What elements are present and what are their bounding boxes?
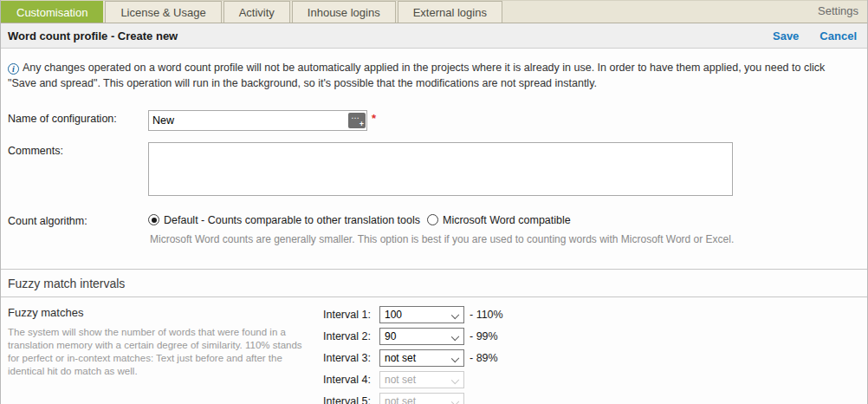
fuzzy-matches-block: Fuzzy matches The system will show the n…	[1, 297, 867, 404]
interval-2-label: Interval 2:	[323, 330, 379, 342]
fuzzy-match-intervals-section-title: Fuzzy match intervals	[1, 269, 867, 297]
cancel-button[interactable]: Cancel	[819, 29, 857, 42]
interval-4-select: not set	[379, 371, 464, 388]
chevron-down-icon	[451, 311, 459, 319]
comments-label: Comments:	[8, 142, 148, 196]
radio-default-algorithm-label[interactable]: Default - Counts comparable to other tra…	[164, 214, 420, 226]
name-of-configuration-input[interactable]	[152, 114, 348, 127]
chevron-down-icon	[451, 398, 459, 404]
interval-3-select[interactable]: not set	[379, 349, 464, 367]
interval-5-row: Interval 5: not set	[323, 393, 503, 404]
interval-2-row: Interval 2: 90 - 99%	[323, 328, 503, 345]
interval-1-select[interactable]: 100	[379, 306, 464, 323]
interval-3-row: Interval 3: not set - 89%	[323, 349, 503, 367]
settings-link[interactable]: Settings	[818, 4, 858, 17]
chevron-down-icon	[451, 355, 459, 362]
tab-customisation[interactable]: Customisation	[1, 1, 103, 23]
count-algorithm-label: Count algorithm:	[8, 212, 148, 227]
info-text: Any changes operated on a word count pro…	[8, 62, 825, 89]
count-algorithm-row: Count algorithm: Default - Counts compar…	[1, 212, 867, 227]
comments-textarea[interactable]	[148, 142, 733, 196]
interval-4-row: Interval 4: not set	[323, 371, 503, 388]
page-title: Word count profile - Create new	[8, 29, 178, 42]
info-note: iAny changes operated on a word count pr…	[1, 49, 867, 91]
name-of-configuration-label: Name of configuration:	[8, 110, 148, 131]
interval-3-suffix: - 89%	[470, 352, 498, 364]
interval-1-label: Interval 1:	[323, 309, 379, 321]
multilanguage-icon[interactable]: …+	[348, 113, 366, 128]
chevron-down-icon	[451, 333, 459, 341]
required-marker: *	[372, 110, 376, 131]
interval-1-suffix: - 110%	[470, 309, 503, 321]
interval-5-select: not set	[379, 393, 464, 404]
tab-bar: Customisation License & Usage Activity I…	[1, 0, 867, 23]
chevron-down-icon	[451, 376, 459, 384]
name-field-wrap: …+	[148, 110, 367, 131]
interval-2-select[interactable]: 90	[379, 328, 464, 345]
fuzzy-matches-description: The system will show the number of words…	[8, 326, 313, 378]
radio-msword-algorithm-label[interactable]: Microsoft Word compatible	[443, 214, 571, 226]
name-of-configuration-row: Name of configuration: …+ *	[1, 110, 867, 131]
tab-external-logins[interactable]: External logins	[398, 1, 502, 23]
interval-1-row: Interval 1: 100 - 110%	[323, 306, 503, 323]
tab-license-usage[interactable]: License & Usage	[105, 1, 221, 23]
radio-default-algorithm[interactable]	[148, 214, 159, 225]
interval-3-label: Interval 3:	[323, 352, 379, 364]
tab-inhouse-logins[interactable]: Inhouse logins	[292, 1, 396, 23]
fuzzy-matches-label: Fuzzy matches	[8, 306, 323, 319]
page-header: Word count profile - Create new Save Can…	[1, 23, 867, 49]
comments-row: Comments:	[1, 142, 867, 196]
count-algorithm-help: Microsoft Word counts are generally smal…	[150, 233, 867, 245]
intervals-list: Interval 1: 100 - 110% Interval 2: 90 - …	[323, 306, 503, 404]
interval-2-suffix: - 99%	[470, 330, 498, 342]
interval-5-label: Interval 5:	[323, 395, 379, 404]
save-button[interactable]: Save	[773, 29, 799, 42]
interval-4-label: Interval 4:	[323, 374, 379, 386]
info-icon: i	[8, 63, 19, 75]
radio-msword-algorithm[interactable]	[427, 214, 438, 225]
tab-activity[interactable]: Activity	[223, 1, 290, 23]
